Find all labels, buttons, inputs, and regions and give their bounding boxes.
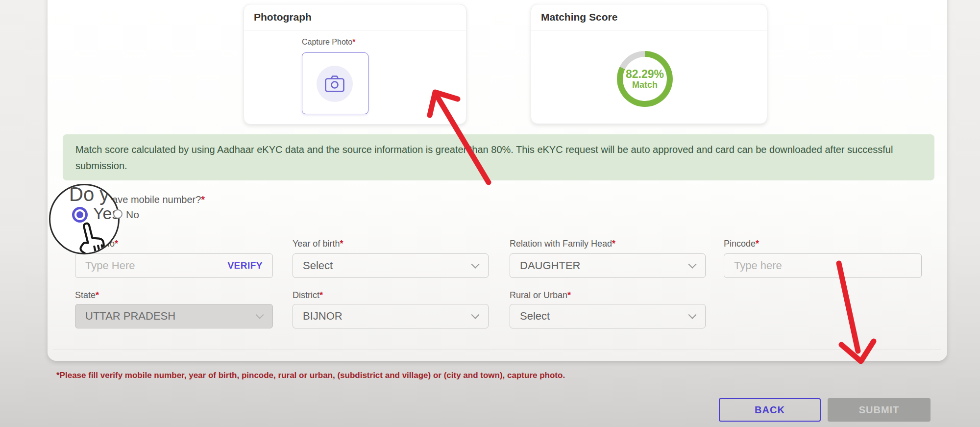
match-score-info-banner: Match score calculated by using Aadhaar …	[63, 134, 934, 180]
relation-label: Relation with Family Head*	[510, 239, 706, 249]
chevron-down-icon	[688, 311, 697, 319]
district-select[interactable]: BIJNOR	[293, 304, 489, 328]
radio-yes-selected[interactable]	[72, 207, 88, 223]
radio-no-label[interactable]: No	[126, 209, 139, 221]
divider	[531, 30, 767, 30]
radio-no[interactable]	[113, 209, 122, 219]
relation-select[interactable]: DAUGHTER	[510, 253, 706, 278]
capture-photo-button[interactable]	[302, 52, 368, 114]
chevron-down-icon	[688, 260, 697, 269]
matching-score-ring: 82.29% Match	[617, 51, 673, 107]
pincode-label: Pincode*	[724, 239, 922, 249]
verify-button[interactable]: VERIFY	[227, 260, 263, 271]
ekyc-form-screen: Photograph Capture Photo* Matching Score…	[0, 0, 980, 427]
state-select-disabled: UTTAR PRADESH	[75, 304, 273, 328]
back-button[interactable]: BACK	[719, 398, 821, 422]
camera-icon	[325, 75, 344, 92]
score-percent-text: 82.29%	[626, 68, 664, 80]
capture-photo-label: Capture Photo*	[302, 38, 355, 47]
camera-icon-circle	[317, 66, 353, 102]
rural-urban-label: Rural or Urban*	[510, 290, 706, 301]
mobile-no-field[interactable]: VERIFY	[75, 253, 273, 278]
year-of-birth-label: Year of birth*	[293, 239, 489, 249]
required-fields-note: *Please fill verify mobile number, year …	[56, 371, 565, 380]
photograph-card: Photograph Capture Photo*	[244, 4, 466, 125]
year-of-birth-select[interactable]: Select	[293, 253, 489, 278]
matching-score-value: 82.29% Match	[623, 57, 667, 101]
chevron-down-icon	[471, 311, 480, 319]
photograph-card-title: Photograph	[254, 11, 312, 23]
matching-score-card: Matching Score 82.29% Match	[531, 4, 767, 124]
chevron-down-icon	[471, 260, 480, 269]
mobile-no-input[interactable]	[85, 259, 227, 272]
score-match-label: Match	[632, 80, 658, 90]
magnifier-annotation-circle: Do yo Yes	[49, 184, 120, 254]
mobile-question-label: have mobile number?*	[107, 194, 205, 205]
chevron-down-icon	[256, 311, 264, 319]
pincode-field[interactable]	[724, 253, 922, 278]
radio-yes-dot	[76, 211, 83, 218]
pincode-input[interactable]	[734, 259, 911, 272]
rural-urban-select[interactable]: Select	[510, 304, 706, 328]
divider	[53, 350, 941, 350]
banner-text: Match score calculated by using Aadhaar …	[75, 144, 893, 171]
district-label: District*	[293, 290, 489, 301]
submit-button-disabled[interactable]: SUBMIT	[828, 398, 931, 422]
state-label: State*	[75, 290, 273, 301]
divider	[244, 30, 466, 30]
matching-score-card-title: Matching Score	[541, 11, 617, 23]
